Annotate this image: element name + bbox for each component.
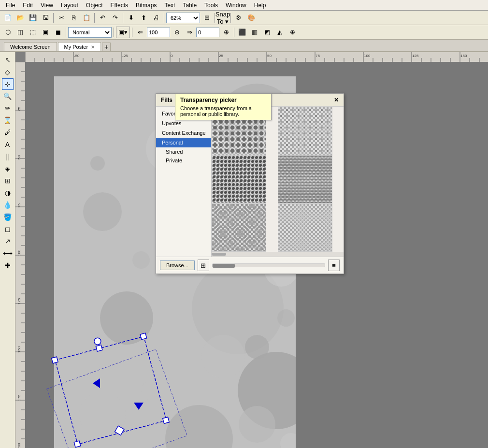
menu-view[interactable]: View xyxy=(37,1,57,10)
svg-rect-28 xyxy=(96,345,102,351)
thumbnail-5[interactable] xyxy=(212,203,266,252)
tool-mesh[interactable]: ⊞ xyxy=(2,175,14,187)
menu-table[interactable]: Table xyxy=(179,1,201,10)
export-button[interactable]: ⬆ xyxy=(138,12,149,24)
svg-rect-26 xyxy=(74,441,80,447)
tb2-icon10[interactable]: ⬛ xyxy=(236,27,248,38)
ruler-vertical xyxy=(15,62,25,448)
tool-eyedropper[interactable]: 💧 xyxy=(2,199,14,211)
sep4 xyxy=(164,13,164,23)
value2-input[interactable] xyxy=(196,28,219,37)
import-button[interactable]: ⬇ xyxy=(125,12,137,24)
main-layout: ↖ ◇ ⊹ 🔍 ✏ ⌛ 🖊 A ‖ ◈ ⊞ ◑ 💧 🪣 ◻ ↗ ⟷ ✚ xyxy=(0,52,488,448)
grid-view-button[interactable]: ⊞ xyxy=(198,260,209,271)
dropdown-close-icon[interactable]: ✕ xyxy=(334,97,339,103)
menu-window[interactable]: Window xyxy=(222,1,250,10)
nav-item-personal[interactable]: Personal xyxy=(156,138,211,147)
tool-interactive[interactable]: ◈ xyxy=(2,163,14,174)
tb2-icon12[interactable]: ◩ xyxy=(261,27,273,38)
svg-marker-29 xyxy=(114,425,125,436)
svg-point-7 xyxy=(83,192,122,231)
transparency-picker-btn[interactable]: ▣▾ xyxy=(116,27,130,38)
redo-button[interactable]: ↷ xyxy=(109,12,121,24)
color-button[interactable]: 🎨 xyxy=(245,12,257,24)
tool-pick[interactable]: ↖ xyxy=(2,54,14,66)
opacity-input[interactable] xyxy=(147,28,170,37)
zoom-dropdown[interactable]: 62% 50% 75% 100% xyxy=(166,13,200,23)
tb2-icon13[interactable]: ◭ xyxy=(274,27,286,38)
tb2-icon11[interactable]: ▥ xyxy=(249,27,260,38)
sep3 xyxy=(123,13,123,23)
dropdown-footer: Browse... ⊞ ≡ xyxy=(156,257,344,274)
menu-tools[interactable]: Tools xyxy=(201,1,222,10)
menu-file[interactable]: File xyxy=(2,1,19,10)
tab-poster[interactable]: My Poster ✕ xyxy=(58,42,101,51)
cut-button[interactable]: ✂ xyxy=(56,12,67,24)
tb2-icon14[interactable]: ⊕ xyxy=(287,27,298,38)
tool-transparency[interactable]: ◑ xyxy=(2,187,14,199)
sep1 xyxy=(53,13,54,23)
tool-text[interactable]: A xyxy=(2,139,14,150)
nav-item-content-exchange[interactable]: Content Exchange xyxy=(156,128,211,138)
tab-poster-close[interactable]: ✕ xyxy=(91,44,95,50)
dropdown-body: Favorites Upvotes Content Exchange Perso… xyxy=(156,107,344,257)
svg-rect-24 xyxy=(52,357,58,363)
menu-layout[interactable]: Layout xyxy=(57,1,82,10)
save-button[interactable]: 💾 xyxy=(27,12,39,24)
tool-plus[interactable]: ✚ xyxy=(2,260,14,271)
print-button[interactable]: 🖨 xyxy=(150,12,162,24)
tool-pen[interactable]: 🖊 xyxy=(2,127,14,138)
options-button[interactable]: ⚙ xyxy=(233,12,244,24)
tb2-icon2[interactable]: ◫ xyxy=(14,27,26,38)
tooltip-body: Choose a transparency from a personal or… xyxy=(180,105,266,117)
mode-dropdown[interactable]: Normal xyxy=(68,27,112,38)
tb2-icon1[interactable]: ⬡ xyxy=(2,27,14,38)
sep10 xyxy=(234,28,234,37)
tool-parallel[interactable]: ‖ xyxy=(2,151,14,162)
tb2-icon7[interactable]: ⊕ xyxy=(171,27,183,38)
tool-shape[interactable]: ◇ xyxy=(2,66,14,78)
tool-smart[interactable]: ⌛ xyxy=(2,115,14,126)
open-button[interactable]: 📂 xyxy=(14,12,26,24)
tool-dimension[interactable]: ⟷ xyxy=(2,247,14,259)
tool-eraser[interactable]: ◻ xyxy=(2,223,14,235)
menu-bitmaps[interactable]: Bitmaps xyxy=(132,1,160,10)
menu-object[interactable]: Object xyxy=(82,1,107,10)
canvas-area: Fills ✕ Favorites Upvotes Content Exchan… xyxy=(15,52,488,448)
svg-rect-25 xyxy=(140,333,146,339)
nav-sub-private[interactable]: Private xyxy=(156,156,211,165)
tool-paint[interactable]: 🪣 xyxy=(2,211,14,223)
tool-crop[interactable]: ⊹ xyxy=(2,78,14,90)
new-button[interactable]: 📄 xyxy=(2,12,14,24)
thumbnail-6[interactable] xyxy=(278,203,332,252)
paste-button[interactable]: 📋 xyxy=(81,12,92,24)
tb2-icon6[interactable]: ⇐ xyxy=(134,27,146,38)
list-view-button[interactable]: ≡ xyxy=(328,260,340,271)
thumbnail-2[interactable] xyxy=(278,107,332,155)
undo-button[interactable]: ↶ xyxy=(97,12,108,24)
nav-sub-shared[interactable]: Shared xyxy=(156,147,211,156)
snap-to-button[interactable]: Snap To ▾ xyxy=(217,12,229,24)
tab-welcome[interactable]: Welcome Screen xyxy=(4,42,57,51)
tb2-icon9[interactable]: ⊕ xyxy=(220,27,232,38)
thumbnail-3[interactable] xyxy=(212,155,266,203)
menu-edit[interactable]: Edit xyxy=(19,1,37,10)
svg-point-30 xyxy=(93,337,101,346)
tool-connector[interactable]: ↗ xyxy=(2,235,14,247)
browse-button[interactable]: Browse... xyxy=(160,260,195,270)
save-as-button[interactable]: 🖫 xyxy=(40,12,51,24)
thumbnail-4[interactable] xyxy=(278,155,332,203)
tb2-icon3[interactable]: ⬚ xyxy=(27,27,39,38)
tool-zoom[interactable]: 🔍 xyxy=(2,90,14,102)
tool-freehand[interactable]: ✏ xyxy=(2,102,14,114)
menu-help[interactable]: Help xyxy=(250,1,270,10)
tb2-icon5[interactable]: ◼ xyxy=(52,27,64,38)
menu-text[interactable]: Text xyxy=(160,1,179,10)
copy-button[interactable]: ⎘ xyxy=(68,12,80,24)
sep2 xyxy=(94,13,95,23)
tab-add-button[interactable]: + xyxy=(102,43,111,51)
zoom-fit-button[interactable]: ⊞ xyxy=(201,12,213,24)
tb2-icon8[interactable]: ⇒ xyxy=(184,27,195,38)
tb2-icon4[interactable]: ▣ xyxy=(40,27,51,38)
menu-effects[interactable]: Effects xyxy=(107,1,132,10)
